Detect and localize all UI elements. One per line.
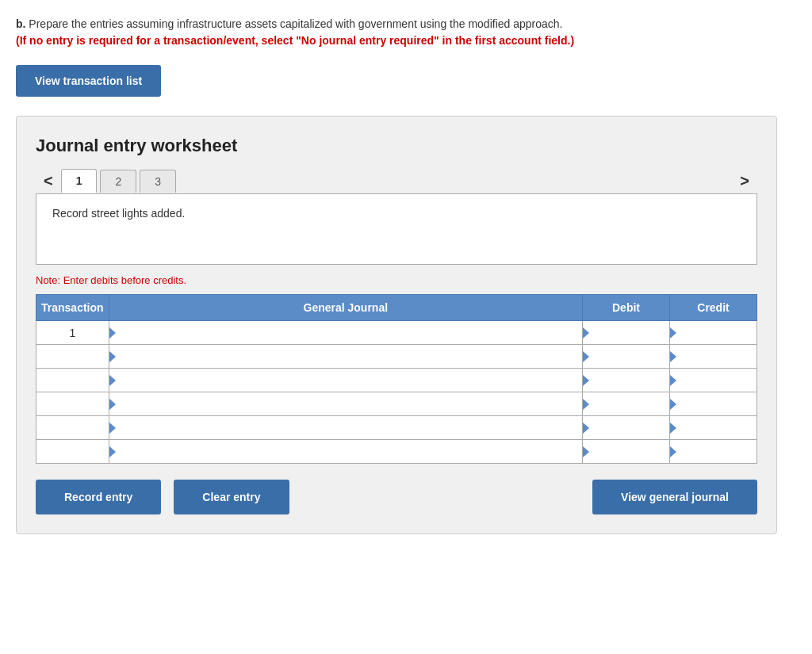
instruction-red-note: (If no entry is required for a transacti…: [16, 34, 574, 47]
transaction-number-6: [36, 440, 109, 464]
transaction-number-4: [36, 392, 109, 416]
credit-input-3[interactable]: [670, 369, 756, 392]
debit-cell-2[interactable]: [583, 345, 670, 369]
view-general-journal-button[interactable]: View general journal: [592, 480, 757, 514]
credit-cell-1[interactable]: [670, 321, 757, 345]
journal-entry-cell-2[interactable]: [109, 345, 582, 369]
debit-input-4[interactable]: [583, 392, 669, 415]
journal-entry-cell-3[interactable]: [109, 369, 582, 392]
credit-cell-5[interactable]: [670, 416, 757, 440]
tab-3[interactable]: 3: [140, 170, 176, 193]
table-row: [36, 345, 757, 369]
credit-input-2[interactable]: [670, 345, 756, 368]
debit-input-3[interactable]: [583, 369, 669, 392]
view-transaction-button[interactable]: View transaction list: [16, 65, 161, 97]
credit-input-6[interactable]: [670, 440, 756, 463]
transaction-number-5: [36, 416, 109, 440]
journal-entry-cell-6[interactable]: [109, 440, 582, 464]
debit-credit-note: Note: Enter debits before credits.: [36, 274, 757, 286]
journal-input-2[interactable]: [109, 345, 582, 368]
journal-input-3[interactable]: [109, 369, 582, 392]
table-row: 1: [36, 321, 757, 345]
table-row: [36, 392, 757, 416]
debit-cell-5[interactable]: [583, 416, 670, 440]
transaction-number-3: [36, 369, 109, 392]
table-row: [36, 440, 757, 464]
tabs-row: < 1 2 3 >: [36, 169, 757, 193]
journal-input-5[interactable]: [109, 416, 582, 439]
debit-input-1[interactable]: [583, 321, 669, 344]
tab-next-button[interactable]: >: [732, 169, 757, 193]
buttons-row: Record entry Clear entry View general jo…: [36, 480, 757, 514]
record-entry-button[interactable]: Record entry: [36, 480, 161, 514]
credit-cell-6[interactable]: [670, 440, 757, 464]
journal-input-4[interactable]: [109, 392, 582, 415]
transaction-description-box: Record street lights added.: [36, 193, 757, 265]
transaction-number-2: [36, 345, 109, 369]
debit-cell-1[interactable]: [583, 321, 670, 345]
transaction-number-1: 1: [36, 321, 109, 345]
worksheet-container: Journal entry worksheet < 1 2 3 > Record…: [16, 116, 777, 534]
tab-prev-button[interactable]: <: [36, 169, 61, 193]
credit-input-5[interactable]: [670, 416, 756, 439]
tab-1[interactable]: 1: [61, 169, 98, 193]
journal-entry-cell-4[interactable]: [109, 392, 582, 416]
credit-cell-3[interactable]: [670, 369, 757, 392]
credit-input-4[interactable]: [670, 392, 756, 415]
debit-input-2[interactable]: [583, 345, 669, 368]
credit-cell-4[interactable]: [670, 392, 757, 416]
header-credit: Credit: [670, 295, 757, 321]
transaction-description-text: Record street lights added.: [52, 207, 185, 220]
journal-entry-cell-5[interactable]: [109, 416, 582, 440]
credit-input-1[interactable]: [670, 321, 756, 344]
journal-input-1[interactable]: [109, 321, 582, 344]
table-row: [36, 416, 757, 440]
instruction-text: Prepare the entries assuming infrastruct…: [29, 17, 562, 30]
instruction-block: b. Prepare the entries assuming infrastr…: [16, 16, 796, 49]
debit-cell-6[interactable]: [583, 440, 670, 464]
worksheet-title: Journal entry worksheet: [36, 136, 757, 156]
table-row: [36, 369, 757, 392]
credit-cell-2[interactable]: [670, 345, 757, 369]
debit-cell-4[interactable]: [583, 392, 670, 416]
instruction-label: b.: [16, 17, 25, 30]
debit-input-6[interactable]: [583, 440, 669, 463]
header-debit: Debit: [583, 295, 670, 321]
debit-input-5[interactable]: [583, 416, 669, 439]
header-general-journal: General Journal: [109, 295, 582, 321]
clear-entry-button[interactable]: Clear entry: [174, 480, 289, 514]
journal-entry-cell-1[interactable]: [109, 321, 582, 345]
header-transaction: Transaction: [36, 295, 109, 321]
journal-table: Transaction General Journal Debit Credit…: [36, 294, 757, 464]
debit-cell-3[interactable]: [583, 369, 670, 392]
journal-input-6[interactable]: [109, 440, 582, 463]
tab-2[interactable]: 2: [100, 170, 136, 193]
